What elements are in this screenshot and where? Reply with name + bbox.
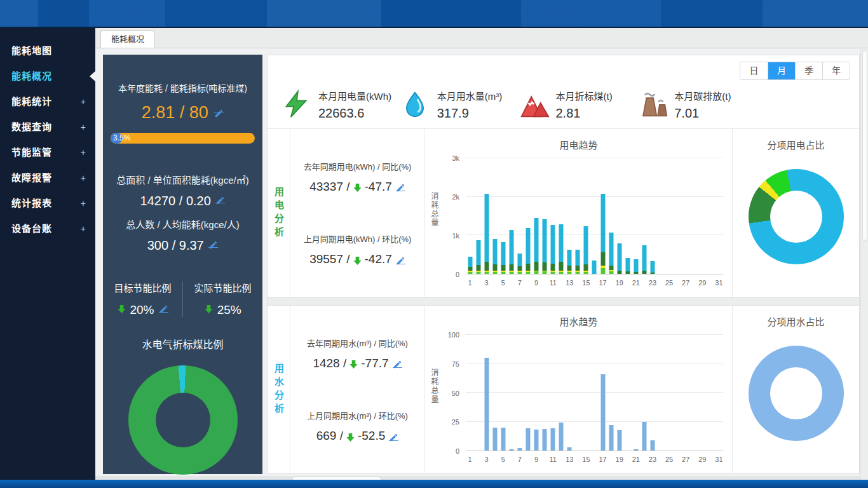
period-button[interactable]: 年 — [822, 62, 850, 79]
segment-cyan — [501, 242, 505, 265]
y-axis-label: 消耗总量 — [429, 192, 440, 227]
expand-plus-icon[interactable]: + — [81, 140, 86, 165]
bar — [675, 335, 680, 451]
tab-strip: 能耗概况 — [95, 28, 868, 48]
sidebar-item[interactable]: 统计报表+ — [0, 191, 95, 216]
segment-cyan — [592, 261, 597, 274]
edit-icon[interactable] — [215, 194, 225, 203]
monthly-stats-row: 日月季年 本月用电量(kWh)22663.6本月用水量(m³)317.9本月折标… — [268, 55, 859, 129]
tab-energy-overview[interactable]: 能耗概况 — [100, 30, 155, 48]
bar-slot — [640, 158, 648, 274]
segment-cyan — [517, 254, 522, 266]
edit-icon[interactable] — [208, 238, 218, 248]
edit-icon[interactable] — [389, 431, 398, 441]
x-tick-label: 27 — [682, 456, 690, 463]
edit-icon[interactable] — [396, 182, 405, 191]
stat-label: 本月碳排放(t) — [674, 89, 731, 102]
edit-icon[interactable] — [159, 303, 168, 313]
period-button[interactable]: 季 — [795, 62, 822, 79]
expand-plus-icon[interactable]: + — [81, 216, 86, 241]
water-usage — [617, 430, 621, 451]
bar — [592, 335, 597, 451]
bar-slot — [707, 335, 715, 451]
water-usage — [543, 429, 547, 451]
segment-darkgreen — [501, 265, 505, 271]
bar — [684, 335, 688, 451]
edit-icon[interactable] — [396, 255, 405, 264]
x-tick-label: 21 — [632, 279, 640, 287]
segment-lightgreen — [501, 272, 505, 274]
y-axis-label: 消耗总量 — [429, 369, 440, 404]
scrollbar-thumb[interactable] — [862, 50, 867, 241]
area-energy-label: 总面积 / 单位面积能耗(kgce/㎡) — [103, 173, 262, 186]
workspace: 本年度能耗 / 能耗指标(吨标准煤) 2.81 / 80 3.5% 总面积 / … — [95, 49, 868, 480]
target-saving-block: 目标节能比例 20% — [103, 281, 182, 317]
sidebar-item-label: 数据查询 — [11, 121, 52, 132]
expand-plus-icon[interactable]: + — [81, 165, 86, 191]
sidebar-item[interactable]: 能耗地图 — [0, 38, 95, 64]
segment-cyan — [551, 225, 555, 264]
target-saving-value: 20% — [103, 303, 182, 317]
electricity-mom-label: 上月同期用电(kWh) / 环比(%) — [294, 233, 421, 245]
bar — [567, 158, 572, 274]
bar-slot — [541, 158, 549, 274]
water-section-label-col: 用水分析 — [268, 306, 290, 474]
edit-icon[interactable] — [214, 103, 224, 112]
stat-item: 本月折标煤(t)2.81 — [520, 81, 639, 128]
x-tick-label: 25 — [665, 279, 674, 287]
sidebar-item[interactable]: 能耗概况 — [0, 64, 95, 89]
sidebar-item-label: 统计报表 — [11, 198, 52, 208]
vertical-scrollbar[interactable] — [860, 49, 868, 480]
expand-plus-icon[interactable]: + — [81, 114, 86, 140]
section-separator — [268, 297, 859, 306]
bar — [634, 335, 638, 451]
period-button[interactable]: 日 — [740, 62, 768, 79]
sidebar-item[interactable]: 数据查询+ — [0, 114, 95, 140]
bar-slot: 5 — [499, 158, 507, 274]
donut-hole — [770, 367, 822, 419]
sidebar-item[interactable]: 节能监管+ — [0, 140, 95, 165]
sidebar-item[interactable]: 故障报警+ — [0, 165, 95, 191]
electricity-analysis-section: 用电分析 去年同期用电(kWh) / 同比(%) 43337 / -47.7 上… — [268, 129, 859, 297]
segment-lightgreen — [476, 272, 480, 274]
bar — [567, 335, 572, 451]
y-axis: 0255075100 — [444, 335, 463, 451]
segment-darkgreen — [559, 262, 564, 271]
bar — [658, 158, 663, 274]
segment-cyan — [492, 239, 497, 265]
x-tick-label: 5 — [499, 456, 507, 463]
bar — [517, 158, 522, 274]
bar-slot: 21 — [632, 335, 640, 451]
expand-plus-icon[interactable]: + — [81, 191, 86, 216]
sidebar: 能耗地图能耗概况能耗统计+数据查询+节能监管+故障报警+统计报表+设备台账+ — [0, 28, 95, 480]
bar-slot: 15 — [582, 335, 590, 451]
sidebar-item[interactable]: 能耗统计+ — [0, 89, 95, 114]
lightning-icon — [283, 90, 312, 120]
segment-darkgreen — [509, 264, 513, 271]
segment-cyan — [584, 226, 588, 264]
bar — [543, 158, 547, 274]
sidebar-item[interactable]: 设备台账+ — [0, 216, 95, 241]
segment-cyan — [526, 228, 530, 264]
x-tick-label: 17 — [599, 456, 607, 463]
electricity-stats-col: 去年同期用电(kWh) / 同比(%) 43337 / -47.7 上月同期用电… — [290, 129, 425, 297]
bar-slot: 1 — [466, 158, 474, 274]
sidebar-item-label: 能耗地图 — [11, 45, 52, 56]
segment-darkgreen — [543, 262, 547, 271]
bar — [509, 158, 513, 274]
bar-slot: 3 — [482, 335, 491, 451]
bar-slot: 27 — [682, 158, 690, 274]
segment-cyan — [576, 250, 580, 266]
period-button[interactable]: 月 — [768, 62, 795, 79]
bottom-banner — [0, 480, 868, 488]
bar — [650, 335, 654, 451]
edit-icon[interactable] — [393, 358, 402, 368]
bar-slot: 29 — [698, 335, 707, 451]
target-saving-number: 20% — [130, 303, 154, 316]
segment-cyan — [468, 257, 472, 267]
expand-plus-icon[interactable]: + — [81, 89, 86, 114]
segment-cyan — [484, 194, 489, 261]
water-usage — [534, 430, 539, 451]
water-usage — [526, 428, 530, 451]
stat-value: 317.9 — [437, 106, 502, 121]
